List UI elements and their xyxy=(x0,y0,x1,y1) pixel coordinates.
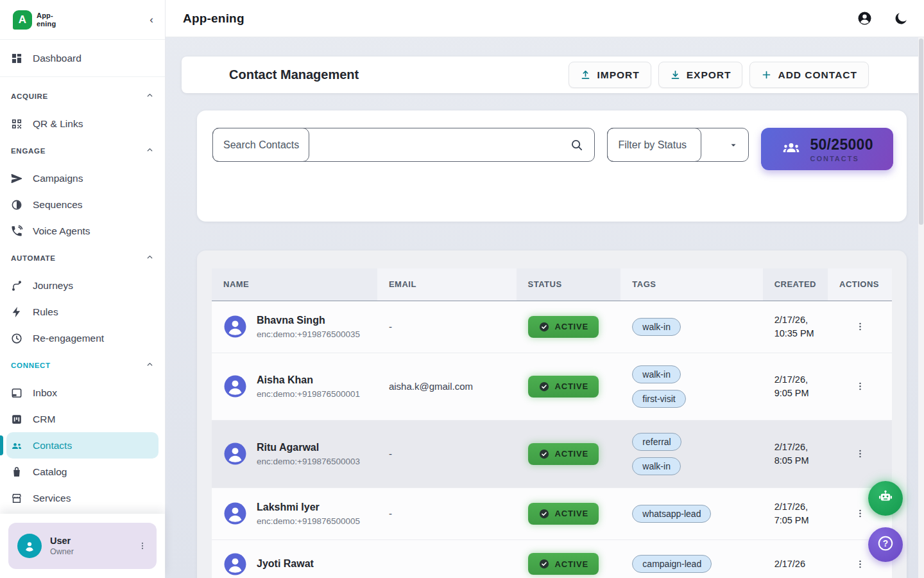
contacts-count-caption: CONTACTS xyxy=(810,155,873,162)
sidebar-item-label: Journeys xyxy=(33,280,73,292)
sidebar-collapse-icon[interactable]: ‹ xyxy=(150,14,153,25)
help-icon: ? xyxy=(876,534,895,556)
sidebar-divider xyxy=(0,76,165,77)
status-badge: ACTIVE xyxy=(528,503,599,525)
section-label-text: AUTOMATE xyxy=(11,254,56,262)
contact-phone: enc:demo:+919876500005 xyxy=(257,516,360,526)
tag-chip: walk-in xyxy=(632,365,681,383)
upload-icon xyxy=(580,69,591,80)
row-actions-menu-icon[interactable] xyxy=(852,556,868,572)
cell-created: 2/17/26,8:05 PM xyxy=(763,420,828,487)
sidebar-item-inbox[interactable]: Inbox xyxy=(0,380,165,406)
search-input-label: Search Contacts xyxy=(223,139,299,151)
sidebar-item-label: Services xyxy=(33,493,71,504)
column-header-status: STATUS xyxy=(517,268,621,301)
sidebar-section-acquire[interactable]: ACQUIRE xyxy=(0,82,165,110)
cell-tags: whatsapp-lead xyxy=(620,487,762,539)
contacts-count-badge[interactable]: 50/25000 CONTACTS xyxy=(761,128,893,170)
table-row[interactable]: Ritu Agarwalenc:demo:+919876500003-ACTIV… xyxy=(212,420,892,487)
sidebar-section-automate[interactable]: AUTOMATE xyxy=(0,244,165,272)
contact-name: Jyoti Rawat xyxy=(257,558,314,570)
assistant-fab[interactable] xyxy=(868,481,903,516)
store-icon xyxy=(10,492,23,505)
sidebar-item-services[interactable]: Services xyxy=(0,485,165,511)
cell-tags: campaign-lead xyxy=(620,539,762,578)
cell-status: ACTIVE xyxy=(517,420,621,487)
scrollbar-thumb[interactable] xyxy=(919,39,923,225)
section-label-text: ENGAGE xyxy=(11,147,46,155)
sidebar-item-label: Inbox xyxy=(33,387,57,399)
sidebar-item-label: CRM xyxy=(33,414,55,425)
export-button[interactable]: EXPORT xyxy=(658,62,743,88)
sidebar-item-catalog[interactable]: Catalog xyxy=(0,459,165,485)
contact-name: Aisha Khan xyxy=(257,374,360,386)
section-label-text: CONNECT xyxy=(11,362,51,369)
sidebar-item-dashboard[interactable]: Dashboard xyxy=(0,45,165,71)
row-actions-menu-icon[interactable] xyxy=(852,446,868,462)
status-label: ACTIVE xyxy=(555,509,588,518)
row-actions-menu-icon[interactable] xyxy=(852,378,868,394)
help-fab[interactable]: ? xyxy=(868,527,903,562)
cell-tags: walk-infirst-visit xyxy=(620,353,762,420)
sidebar-item-campaigns[interactable]: Campaigns xyxy=(0,165,165,191)
import-button[interactable]: IMPORT xyxy=(569,62,651,88)
brand-name-line1: App- xyxy=(37,12,56,19)
check-circle-icon xyxy=(538,448,550,460)
cell-created: 2/17/26,10:35 PM xyxy=(763,301,828,353)
tag-chip: walk-in xyxy=(632,457,681,475)
contact-avatar-icon xyxy=(223,502,247,525)
sequence-icon xyxy=(10,198,23,211)
check-circle-icon xyxy=(538,321,550,333)
cell-email: - xyxy=(377,487,517,539)
table-row[interactable]: Aisha Khanenc:demo:+919876500001aisha.k@… xyxy=(212,353,892,420)
sidebar-header: A App- ening ‹ xyxy=(0,0,165,40)
sidebar-item-journeys[interactable]: Journeys xyxy=(0,272,165,299)
contact-name: Ritu Agarwal xyxy=(257,442,360,453)
cell-status: ACTIVE xyxy=(517,301,621,353)
status-label: ACTIVE xyxy=(555,381,588,391)
cell-name: Bhavna Singhenc:demo:+919876500035 xyxy=(212,301,377,353)
crm-icon xyxy=(10,413,23,426)
sidebar-item-re-engagement[interactable]: Re-engagement xyxy=(0,325,165,351)
sidebar-item-crm[interactable]: CRM xyxy=(0,406,165,432)
cell-created: 2/17/26 xyxy=(763,539,828,578)
add-contact-label: ADD CONTACT xyxy=(778,69,857,81)
contact-toolbar: Contact Management IMPORT EXPORT ADD CON… xyxy=(182,57,924,93)
contact-avatar-icon xyxy=(223,315,247,338)
table-row[interactable]: Bhavna Singhenc:demo:+919876500035-ACTIV… xyxy=(212,301,892,353)
voice-icon xyxy=(10,225,23,238)
sidebar-section-connect[interactable]: CONNECT xyxy=(0,351,165,380)
table-row[interactable]: Jyoti RawatACTIVEcampaign-lead2/17/26 xyxy=(212,539,892,578)
status-filter-select[interactable]: Filter by Status xyxy=(607,128,749,162)
sidebar-item-voice-agents[interactable]: Voice Agents xyxy=(0,218,165,244)
contact-name: Bhavna Singh xyxy=(257,315,360,326)
topbar: App-ening xyxy=(166,0,924,37)
send-icon xyxy=(10,172,23,185)
search-input[interactable]: Search Contacts xyxy=(212,128,595,162)
sidebar-item-sequences[interactable]: Sequences xyxy=(0,191,165,218)
table-row[interactable]: Lakshmi Iyerenc:demo:+919876500005-ACTIV… xyxy=(212,487,892,539)
user-card[interactable]: User Owner xyxy=(8,523,157,569)
contacts-table-card: NAMEEMAILSTATUSTAGSCREATEDACTIONS Bhavna… xyxy=(197,250,907,578)
sidebar-item-contacts[interactable]: Contacts xyxy=(6,432,158,459)
sidebar-section-engage[interactable]: ENGAGE xyxy=(0,137,165,165)
search-icon[interactable] xyxy=(570,138,584,152)
column-header-created: CREATED xyxy=(763,268,828,301)
user-menu-dots-icon[interactable] xyxy=(137,541,148,551)
contact-phone: enc:demo:+919876500035 xyxy=(257,329,360,339)
sidebar-item-label: Rules xyxy=(33,306,58,318)
dark-mode-icon[interactable] xyxy=(893,11,909,26)
add-contact-button[interactable]: ADD CONTACT xyxy=(749,62,869,88)
row-actions-menu-icon[interactable] xyxy=(852,319,868,335)
contact-phone: enc:demo:+919876500003 xyxy=(257,457,360,466)
contact-avatar-icon xyxy=(223,374,247,398)
scrollbar[interactable] xyxy=(918,37,924,578)
svg-text:?: ? xyxy=(883,539,888,548)
sidebar-item-label: Contacts xyxy=(33,440,72,451)
sidebar-item-qr-links[interactable]: QR & Links xyxy=(0,110,165,137)
row-actions-menu-icon[interactable] xyxy=(852,505,868,521)
export-label: EXPORT xyxy=(687,69,732,81)
contact-phone: enc:demo:+919876500001 xyxy=(257,389,360,399)
sidebar-item-rules[interactable]: Rules xyxy=(0,299,165,325)
account-icon[interactable] xyxy=(857,10,873,26)
